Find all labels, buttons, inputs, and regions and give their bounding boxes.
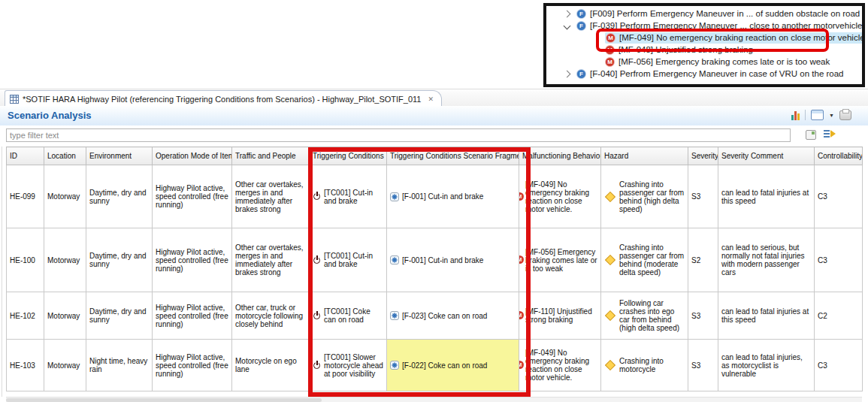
col-header-hazard[interactable]: Hazard — [601, 147, 688, 165]
cell-malfunction[interactable]: M[MF-110] Unjustified strong braking — [519, 292, 601, 340]
close-icon[interactable]: ✕ — [428, 95, 434, 103]
cell-severity[interactable]: S3 — [688, 340, 718, 391]
scrollbar-thumb[interactable] — [6, 398, 322, 402]
tree-item-f039[interactable]: F [F-039] Perform Emergency Maneuver ...… — [546, 20, 862, 32]
cell-traffic[interactable]: Other car overtakes, merges in and immed… — [232, 165, 310, 228]
cell-id[interactable]: HE-099 — [7, 165, 44, 228]
cell-hazard[interactable]: Following car crashes into ego car from … — [601, 292, 688, 340]
chevron-down-icon[interactable] — [564, 22, 571, 29]
col-header-id[interactable]: ID — [7, 147, 44, 165]
table-row[interactable]: HE-102 Motorway Daytime, dry and sunny H… — [7, 292, 863, 340]
chevron-right-icon[interactable] — [564, 70, 571, 77]
editor-tab-bar: *SOTIF HARA Highway Pilot (referencing T… — [0, 89, 868, 107]
filter-input[interactable] — [6, 128, 791, 142]
malfunction-icon: M — [519, 192, 525, 201]
cell-controllability[interactable]: C3 — [815, 165, 863, 228]
cell-id[interactable]: HE-102 — [7, 292, 44, 340]
tree-item-mf049-selected[interactable]: M [MF-049] No emergency braking reaction… — [546, 32, 862, 44]
cell-scenario-fragment[interactable]: [F-023] Coke can on road — [387, 292, 519, 340]
cell-severity[interactable]: S2 — [688, 228, 718, 292]
cell-scenario-fragment-highlighted[interactable]: [F-022] Coke can on road — [387, 340, 519, 391]
toolbar-separator — [805, 110, 806, 120]
cell-hazard[interactable]: Crashing into passenger car from behind … — [601, 165, 688, 228]
tree-item-f009[interactable]: F [F009] Perform Emergency Maneuver in .… — [546, 8, 862, 20]
table-row[interactable]: HE-100 Motorway Daytime, dry and sunny H… — [7, 228, 863, 292]
filter-row — [0, 125, 868, 147]
cell-environment[interactable]: Daytime, dry and sunny — [86, 292, 153, 340]
cell-malfunction[interactable]: M[MF-049] No emergency braking reaction … — [519, 165, 601, 228]
cell-hazard[interactable]: Crashing into passenger car from behind … — [601, 228, 688, 292]
cell-severity[interactable]: S3 — [688, 165, 718, 228]
cell-hazard[interactable]: Crashing into motorcycle — [601, 340, 688, 391]
cell-severity-comment[interactable]: can lead to fatal injuries, as motorcycl… — [718, 340, 815, 391]
malfunction-icon: M — [519, 255, 525, 264]
cell-severity[interactable]: S3 — [688, 292, 718, 340]
table-header-row: ID Location Environment Operation Mode o… — [7, 147, 863, 165]
cell-operation-mode[interactable]: Highway Pilot active, speed controlled (… — [153, 292, 232, 340]
chart-icon[interactable] — [791, 110, 800, 120]
cell-location[interactable]: Motorway — [44, 340, 86, 391]
tree-item-mf048[interactable]: M [MF-048] Unjustified strong braking — [546, 44, 862, 56]
cell-operation-mode[interactable]: Highway Pilot active, speed controlled (… — [153, 165, 232, 228]
cell-triggering-condition[interactable]: [TC001] Cut-in and brake — [310, 165, 387, 228]
cell-triggering-condition[interactable]: [TC001] Cut-in and brake — [310, 228, 387, 292]
table-row[interactable]: HE-103 Motorway Night time, heavy rain H… — [7, 340, 863, 391]
chevron-right-icon[interactable] — [564, 10, 571, 17]
cell-location[interactable]: Motorway — [44, 292, 86, 340]
cell-severity-comment[interactable]: can lead to fatal injuries at this speed — [718, 292, 815, 340]
power-icon — [313, 312, 321, 320]
col-header-environment[interactable]: Environment — [86, 147, 153, 165]
table-row[interactable]: HE-099 Motorway Daytime, dry and sunny H… — [7, 165, 863, 228]
cell-controllability[interactable]: C2 — [815, 292, 863, 340]
cell-id[interactable]: HE-100 — [7, 228, 44, 292]
cell-scenario-fragment[interactable]: [F-001] Cut-in and brake — [387, 165, 519, 228]
fragment-icon — [390, 361, 399, 370]
col-header-controllability[interactable]: Controllability — [815, 147, 863, 165]
cell-controllability[interactable]: C3 — [815, 340, 863, 391]
col-header-severity-comment[interactable]: Severity Comment — [718, 147, 815, 165]
print-icon[interactable] — [839, 110, 851, 120]
cell-scenario-fragment[interactable]: [F-001] Cut-in and brake — [387, 228, 519, 292]
cell-id[interactable]: HE-103 — [7, 340, 44, 391]
cell-severity-comment[interactable]: can lead to fatal injuries at this speed — [718, 165, 815, 228]
cell-environment[interactable]: Night time, heavy rain — [86, 340, 153, 391]
cell-triggering-condition[interactable]: [TC001] Slower motorcycle ahead at poor … — [310, 340, 387, 391]
cell-controllability[interactable]: C3 — [815, 228, 863, 292]
function-icon: F — [576, 9, 586, 19]
cell-traffic[interactable]: Other car, truck or motorcycle following… — [232, 292, 310, 340]
cell-traffic[interactable]: Other car overtakes, merges in and immed… — [232, 228, 310, 292]
cell-operation-mode[interactable]: Highway Pilot active, speed controlled (… — [153, 228, 232, 292]
power-icon — [313, 192, 321, 201]
cell-traffic[interactable]: Motorcycle on ego lane — [232, 340, 310, 391]
col-header-traffic[interactable]: Traffic and People — [232, 147, 310, 165]
col-header-operation-mode[interactable]: Operation Mode of Item — [153, 147, 232, 165]
col-header-malfunctioning-behaviour[interactable]: Malfunctioning Behaviour — [519, 147, 601, 165]
fragment-icon — [390, 311, 399, 320]
tab-title: *SOTIF HARA Highway Pilot (referencing T… — [23, 95, 421, 104]
col-header-triggering-conditions[interactable]: Triggering Conditions — [310, 147, 387, 165]
tree-item-f040[interactable]: F [F-040] Perfrom Emergency Maneuver in … — [546, 68, 862, 80]
cell-location[interactable]: Motorway — [44, 165, 86, 228]
col-header-severity[interactable]: Severity — [688, 147, 718, 165]
cell-severity-comment[interactable]: can lead to serious, but normally not fa… — [718, 228, 815, 292]
cell-location[interactable]: Motorway — [44, 228, 86, 292]
cell-malfunction[interactable]: M[MF-056] Emergency braking comes late o… — [519, 228, 601, 292]
tree-item-mf056[interactable]: M [MF-056] Emergency braking comes late … — [546, 56, 862, 68]
table-view-icon[interactable] — [811, 110, 824, 120]
editor-tab[interactable]: *SOTIF HARA Highway Pilot (referencing T… — [5, 90, 442, 107]
hazard-icon — [605, 310, 615, 321]
cell-triggering-condition[interactable]: [TC001] Coke can on road — [310, 292, 387, 340]
horizontal-scrollbar[interactable] — [6, 397, 862, 402]
view-menu-caret-icon[interactable]: ▼ — [829, 113, 834, 118]
cell-malfunction[interactable]: M[MF-049] No emergency braking reaction … — [519, 340, 601, 391]
col-header-location[interactable]: Location — [44, 147, 86, 165]
cell-environment[interactable]: Daytime, dry and sunny — [86, 165, 153, 228]
col-header-tc-scenario-fragment[interactable]: Triggering Conditions Scenario Fragment — [387, 147, 519, 165]
cell-operation-mode[interactable]: Highway Pilot active, speed controlled (… — [153, 340, 232, 391]
power-icon — [313, 361, 321, 370]
cell-environment[interactable]: Daytime, dry and sunny — [86, 228, 153, 292]
link-editor-icon[interactable] — [806, 130, 816, 140]
table-editor-icon — [10, 95, 19, 104]
function-icon: F — [576, 69, 586, 79]
filter-config-icon[interactable] — [824, 129, 836, 139]
